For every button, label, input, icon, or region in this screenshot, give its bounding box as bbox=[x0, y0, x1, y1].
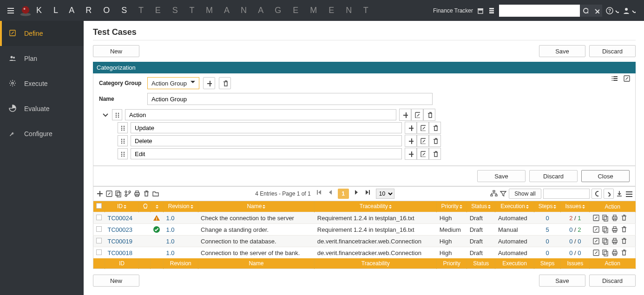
col-revision[interactable]: Revision bbox=[163, 201, 198, 212]
tree-child-input[interactable] bbox=[131, 122, 402, 133]
category-group-select[interactable]: Action Group bbox=[147, 77, 199, 89]
edit-panel-icon[interactable] bbox=[623, 76, 631, 84]
search-button[interactable] bbox=[580, 5, 591, 17]
project-name[interactable]: Finance Tracker bbox=[433, 7, 473, 14]
archive-icon[interactable] bbox=[477, 7, 484, 14]
table-search-input[interactable] bbox=[543, 189, 590, 199]
row-delete-icon[interactable] bbox=[620, 214, 628, 222]
row-edit-icon[interactable] bbox=[592, 214, 600, 222]
revision-link[interactable]: 1.0 bbox=[166, 238, 174, 245]
tree-delete[interactable] bbox=[429, 122, 441, 134]
row-edit-icon[interactable] bbox=[592, 249, 600, 256]
sidebar-item-plan[interactable]: Plan bbox=[0, 46, 84, 71]
save-button-bottom[interactable]: Save bbox=[539, 275, 585, 287]
tree-add[interactable] bbox=[405, 148, 417, 160]
testcase-id-link[interactable]: TC00019 bbox=[108, 238, 132, 245]
toolbar-hierarchy-icon[interactable] bbox=[490, 190, 498, 197]
per-page-select[interactable]: 10 bbox=[376, 189, 394, 199]
row-print-icon[interactable] bbox=[611, 237, 618, 245]
sidebar-item-execute[interactable]: Execute bbox=[0, 71, 84, 96]
revision-link[interactable]: 1.0 bbox=[166, 249, 174, 256]
col-issues[interactable]: Issues bbox=[561, 201, 590, 212]
toolbar-branch-icon[interactable] bbox=[124, 190, 131, 197]
drag-handle-root[interactable] bbox=[112, 109, 122, 120]
tree-child-input[interactable] bbox=[131, 148, 402, 159]
drag-handle[interactable] bbox=[118, 122, 128, 133]
revision-link[interactable]: 1.0 bbox=[166, 215, 174, 222]
row-delete-icon[interactable] bbox=[620, 237, 628, 245]
col-id[interactable]: ID bbox=[105, 201, 139, 212]
row-checkbox[interactable] bbox=[96, 226, 102, 232]
row-edit-icon[interactable] bbox=[592, 226, 600, 233]
row-print-icon[interactable] bbox=[611, 249, 618, 256]
testcase-id-link[interactable]: TC00018 bbox=[108, 249, 132, 256]
drag-handle[interactable] bbox=[118, 135, 128, 146]
toolbar-folder-icon[interactable] bbox=[152, 190, 159, 197]
col-steps[interactable]: Steps bbox=[534, 201, 561, 212]
row-copy-icon[interactable] bbox=[602, 237, 609, 245]
col-bulb[interactable] bbox=[138, 201, 150, 212]
tree-edit[interactable] bbox=[417, 122, 429, 134]
tree-add[interactable] bbox=[405, 135, 417, 147]
col-status-icon[interactable] bbox=[150, 201, 163, 212]
chevron-down-icon[interactable] bbox=[101, 111, 109, 119]
steps-link[interactable]: 0 bbox=[545, 238, 549, 245]
sidebar-item-evaluate[interactable]: Evaluate bbox=[0, 96, 84, 121]
tree-delete[interactable] bbox=[429, 148, 441, 160]
save-button[interactable]: Save bbox=[539, 45, 585, 57]
row-copy-icon[interactable] bbox=[602, 214, 609, 222]
page-first-icon[interactable] bbox=[315, 189, 323, 199]
drag-handle[interactable] bbox=[118, 148, 128, 159]
tree-child-input[interactable] bbox=[131, 135, 402, 146]
toolbar-menu-icon[interactable] bbox=[625, 190, 632, 197]
toolbar-delete-icon[interactable] bbox=[143, 190, 150, 197]
menu-toggle-icon[interactable] bbox=[7, 7, 15, 15]
col-name[interactable]: Name bbox=[198, 201, 315, 212]
testcase-id-link[interactable]: TC00023 bbox=[108, 226, 132, 233]
tree-add-root[interactable] bbox=[399, 109, 411, 121]
row-print-icon[interactable] bbox=[611, 226, 618, 233]
tree-delete-root[interactable] bbox=[423, 109, 435, 121]
row-delete-icon[interactable] bbox=[620, 249, 628, 256]
toolbar-download-icon[interactable] bbox=[616, 190, 623, 197]
steps-link[interactable]: 0 bbox=[545, 249, 549, 256]
row-edit-icon[interactable] bbox=[592, 237, 600, 245]
row-copy-icon[interactable] bbox=[602, 226, 609, 233]
testcase-id-link[interactable]: TC00024 bbox=[108, 215, 132, 222]
cat-discard-button[interactable]: Discard bbox=[529, 170, 578, 182]
add-category-group[interactable] bbox=[203, 77, 215, 89]
tree-delete[interactable] bbox=[429, 135, 441, 147]
table-search-button[interactable] bbox=[591, 189, 602, 199]
discard-button-bottom[interactable]: Discard bbox=[589, 275, 636, 287]
col-checkbox[interactable] bbox=[93, 201, 105, 212]
toolbar-filter-icon[interactable] bbox=[499, 190, 507, 197]
clear-search-button[interactable] bbox=[591, 5, 602, 17]
page-next-icon[interactable] bbox=[353, 189, 360, 199]
show-all-button[interactable]: Show all bbox=[509, 189, 541, 199]
page-last-icon[interactable] bbox=[364, 189, 371, 199]
col-priority[interactable]: Priority bbox=[437, 201, 467, 212]
col-traceability[interactable]: Traceability bbox=[315, 201, 437, 212]
toolbar-add-icon[interactable] bbox=[96, 190, 104, 197]
tree-edit[interactable] bbox=[417, 148, 429, 160]
help-menu[interactable] bbox=[606, 7, 619, 14]
cat-close-button[interactable]: Close bbox=[581, 170, 630, 182]
row-checkbox[interactable] bbox=[96, 215, 102, 220]
new-button[interactable]: New bbox=[93, 45, 139, 57]
new-button-bottom[interactable]: New bbox=[93, 275, 139, 287]
steps-link[interactable]: 5 bbox=[545, 226, 549, 233]
sidebar-item-define[interactable]: Define bbox=[0, 21, 84, 46]
user-menu[interactable] bbox=[623, 7, 636, 14]
name-input[interactable] bbox=[147, 93, 433, 105]
row-checkbox[interactable] bbox=[96, 249, 102, 255]
col-execution[interactable]: Execution bbox=[495, 201, 534, 212]
tree-root-input[interactable] bbox=[125, 109, 396, 120]
discard-button[interactable]: Discard bbox=[589, 45, 636, 57]
sidebar-item-configure[interactable]: Configure bbox=[0, 121, 84, 146]
row-print-icon[interactable] bbox=[611, 214, 618, 222]
tree-edit[interactable] bbox=[417, 135, 429, 147]
page-prev-icon[interactable] bbox=[327, 189, 334, 199]
tree-add[interactable] bbox=[405, 122, 417, 134]
table-clear-search-button[interactable] bbox=[604, 189, 614, 199]
row-checkbox[interactable] bbox=[96, 238, 102, 243]
